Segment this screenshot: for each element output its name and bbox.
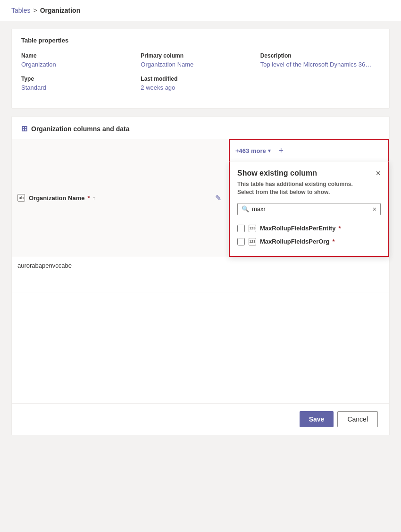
col-header-more: +463 more ▾ + Show existing column × Thi… [229,139,389,257]
prop-primary-value[interactable]: Organization Name [141,61,256,68]
breadcrumb-current: Organization [40,7,81,14]
table-row-empty [12,274,389,293]
cancel-button[interactable]: Cancel [337,411,378,427]
col-header-orgname[interactable]: ab Organization Name * ↑ [12,139,208,257]
grid-icon: ⊞ [21,124,27,133]
panel-subtitle-line2: Select from the list below to show. [237,189,330,195]
more-chevron-icon: ▾ [268,148,271,154]
column-item-icon-0: 123 [249,225,256,232]
table-properties-grid: Name Organization Type Standard Primary … [21,51,380,97]
prop-primary-header: Primary column [141,52,256,61]
panel-footer: Save Cancel [12,403,389,435]
save-button[interactable]: Save [300,411,334,427]
column-item-1: 123 MaxRollupFieldsPerOrg * [237,235,381,248]
prop-type-header: Type [21,76,137,84]
column-item-0: 123 MaxRollupFieldsPerEntity * [237,222,381,235]
more-columns-label: +463 more [235,147,266,154]
prop-lastmod-header: Last modified [141,76,256,84]
more-columns-bar: +463 more ▾ + [229,139,389,161]
panel-subtitle: This table has additional existing colum… [237,180,381,196]
show-existing-panel: Show existing column × This table has ad… [229,161,389,257]
edit-column-button[interactable]: ✎ [213,194,223,203]
prop-primary-cell: Primary column Organization Name Last mo… [141,51,260,97]
panel-subtitle-line1: This table has additional existing colum… [237,181,353,187]
prop-desc-cell: Description Top level of the Microsoft D… [260,51,380,97]
column-item-name-1: MaxRollupFieldsPerOrg [260,238,329,245]
breadcrumb-separator: > [33,7,37,14]
search-input[interactable] [252,205,370,212]
panel-title: Show existing column [237,169,317,177]
panel-close-button[interactable]: × [376,169,381,177]
columns-section-title: Organization columns and data [31,125,129,133]
breadcrumb-parent[interactable]: Tables [11,7,30,14]
prop-lastmod-value[interactable]: 2 weeks ago [141,84,256,91]
more-columns-button[interactable]: +463 more ▾ [235,147,271,154]
column-item-label-1: 123 MaxRollupFieldsPerOrg * [249,238,334,245]
columns-section-header: ⊞ Organization columns and data [12,124,389,139]
column-checkbox-1[interactable] [237,238,245,245]
search-icon: 🔍 [242,205,249,212]
add-column-button[interactable]: + [275,144,288,157]
table-properties-card: Table properties Name Organization Type … [11,29,390,109]
prop-type-value[interactable]: Standard [21,84,137,91]
col-required-star: * [87,194,90,202]
table-cell-edit [208,257,229,274]
column-item-icon-1: 123 [249,238,256,245]
data-table: ab Organization Name * ↑ ✎ +463 more ▾ [12,139,389,293]
clear-search-button[interactable]: × [373,205,376,213]
column-item-star-1: * [332,238,334,245]
column-item-label-0: 123 MaxRollupFieldsPerEntity * [249,225,341,232]
table-cell-orgname: aurorabapenvccabe [12,257,208,274]
column-item-star-0: * [338,225,341,232]
prop-name-value[interactable]: Organization [21,61,137,68]
prop-name-cell: Name Organization Type Standard [21,51,141,97]
panel-header: Show existing column × [237,169,381,177]
prop-desc-value[interactable]: Top level of the Microsoft Dynamics 365 … [260,61,374,68]
table-row: aurorabapenvccabe [12,257,389,274]
prop-name-header: Name [21,52,137,61]
table-cell-more [229,257,389,274]
sort-icon[interactable]: ↑ [93,195,96,201]
table-properties-title: Table properties [21,37,380,44]
col-header-orgname-label: Organization Name [29,194,84,202]
search-box: 🔍 × [237,203,381,215]
column-item-name-0: MaxRollupFieldsPerEntity [260,225,335,232]
col-icon-orgname: ab [17,194,25,202]
col-header-edit: ✎ [208,139,229,257]
column-checkbox-0[interactable] [237,225,245,232]
breadcrumb: Tables > Organization [0,0,401,21]
prop-desc-header: Description [260,52,376,61]
table-cell-empty [12,274,208,293]
columns-section: ⊞ Organization columns and data ab Organ… [11,116,390,435]
